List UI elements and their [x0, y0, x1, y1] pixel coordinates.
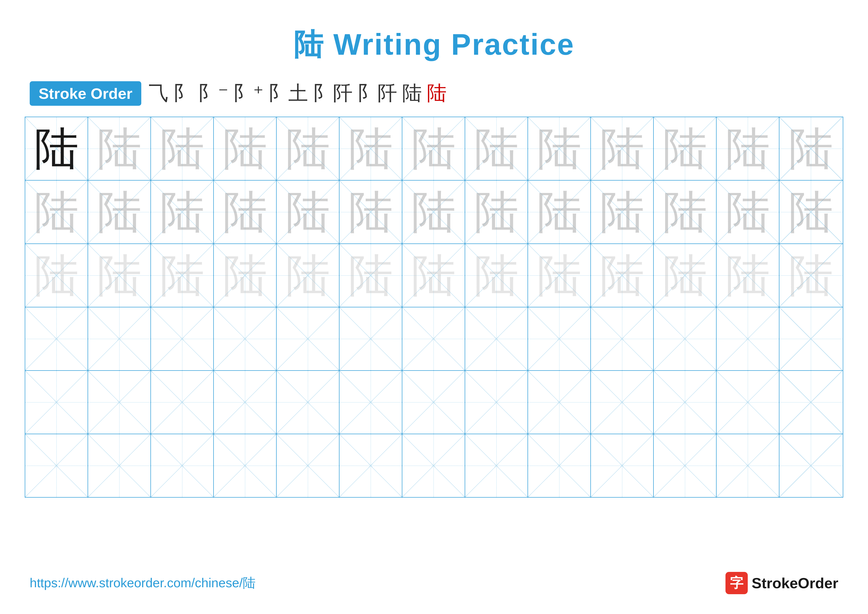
- grid-cell-1-5[interactable]: 陆: [339, 180, 402, 244]
- char-2-5: 陆: [349, 253, 393, 298]
- grid-cell-1-9[interactable]: 陆: [591, 180, 654, 244]
- grid-cell-4-9[interactable]: [591, 371, 654, 434]
- grid-cell-3-6[interactable]: [402, 307, 465, 370]
- grid-cell-5-9[interactable]: [591, 434, 654, 497]
- grid-cell-4-4[interactable]: [277, 371, 339, 434]
- grid-cell-5-10[interactable]: [654, 434, 716, 497]
- grid-cell-0-0[interactable]: 陆: [25, 117, 88, 180]
- grid-cell-2-3[interactable]: 陆: [214, 244, 277, 307]
- grid-cell-5-8[interactable]: [528, 434, 591, 497]
- grid-cell-2-12[interactable]: 陆: [780, 244, 842, 307]
- char-2-8: 陆: [537, 253, 581, 298]
- grid-cell-4-10[interactable]: [654, 371, 716, 434]
- grid-cell-5-4[interactable]: [277, 434, 339, 497]
- grid-cell-0-3[interactable]: 陆: [214, 117, 277, 180]
- grid-cell-3-5[interactable]: [339, 307, 402, 370]
- grid-cell-0-1[interactable]: 陆: [88, 117, 151, 180]
- grid-cell-0-4[interactable]: 陆: [277, 117, 339, 180]
- grid-cell-0-2[interactable]: 陆: [151, 117, 214, 180]
- char-0-8: 陆: [537, 126, 581, 171]
- char-2-9: 陆: [600, 253, 644, 298]
- grid-cell-3-8[interactable]: [528, 307, 591, 370]
- grid-cell-1-7[interactable]: 陆: [465, 180, 528, 244]
- char-2-11: 陆: [725, 253, 770, 298]
- char-1-0: 陆: [34, 190, 79, 234]
- char-0-3: 陆: [223, 126, 267, 171]
- grid-cell-1-4[interactable]: 陆: [277, 180, 339, 244]
- grid-cell-3-9[interactable]: [591, 307, 654, 370]
- grid-cell-4-11[interactable]: [716, 371, 780, 434]
- grid-cell-3-1[interactable]: [88, 307, 151, 370]
- stroke-step-5: 阝阡: [313, 80, 353, 107]
- grid-cell-0-8[interactable]: 陆: [528, 117, 591, 180]
- grid-cell-1-11[interactable]: 陆: [716, 180, 780, 244]
- grid-cell-4-12[interactable]: [780, 371, 842, 434]
- grid-cell-4-8[interactable]: [528, 371, 591, 434]
- grid-cell-0-10[interactable]: 陆: [654, 117, 716, 180]
- grid-cell-4-2[interactable]: [151, 371, 214, 434]
- grid-cell-5-2[interactable]: [151, 434, 214, 497]
- grid-cell-3-11[interactable]: [716, 307, 780, 370]
- grid-cell-1-0[interactable]: 陆: [25, 180, 88, 244]
- grid-cell-4-0[interactable]: [25, 371, 88, 434]
- grid-cell-3-0[interactable]: [25, 307, 88, 370]
- grid-cell-5-6[interactable]: [402, 434, 465, 497]
- grid-cell-0-11[interactable]: 陆: [716, 117, 780, 180]
- grid-cell-5-0[interactable]: [25, 434, 88, 497]
- grid-cell-0-12[interactable]: 陆: [780, 117, 842, 180]
- grid-cell-1-3[interactable]: 陆: [214, 180, 277, 244]
- grid-cell-1-8[interactable]: 陆: [528, 180, 591, 244]
- grid-cell-5-11[interactable]: [716, 434, 780, 497]
- stroke-step-7: 陆: [402, 80, 422, 107]
- grid-cell-5-1[interactable]: [88, 434, 151, 497]
- char-1-5: 陆: [349, 190, 393, 234]
- grid-cell-3-10[interactable]: [654, 307, 716, 370]
- grid-cell-5-5[interactable]: [339, 434, 402, 497]
- footer-url: https://www.strokeorder.com/chinese/陆: [30, 574, 256, 592]
- grid-cell-1-12[interactable]: 陆: [780, 180, 842, 244]
- grid-cell-1-2[interactable]: 陆: [151, 180, 214, 244]
- grid-cell-2-4[interactable]: 陆: [277, 244, 339, 307]
- grid-cell-4-6[interactable]: [402, 371, 465, 434]
- grid-cell-5-3[interactable]: [214, 434, 277, 497]
- grid-cell-2-10[interactable]: 陆: [654, 244, 716, 307]
- char-2-7: 陆: [474, 253, 519, 298]
- char-2-10: 陆: [663, 253, 707, 298]
- char-1-1: 陆: [97, 190, 141, 234]
- grid-cell-2-9[interactable]: 陆: [591, 244, 654, 307]
- stroke-order-badge: Stroke Order: [30, 81, 141, 106]
- char-1-10: 陆: [663, 190, 707, 234]
- grid-cell-5-12[interactable]: [780, 434, 842, 497]
- grid-cell-2-1[interactable]: 陆: [88, 244, 151, 307]
- grid-cell-2-5[interactable]: 陆: [339, 244, 402, 307]
- grid-cell-0-6[interactable]: 陆: [402, 117, 465, 180]
- grid-cell-2-0[interactable]: 陆: [25, 244, 88, 307]
- grid-cell-0-5[interactable]: 陆: [339, 117, 402, 180]
- grid-cell-4-5[interactable]: [339, 371, 402, 434]
- grid-cell-2-2[interactable]: 陆: [151, 244, 214, 307]
- grid-cell-2-11[interactable]: 陆: [716, 244, 780, 307]
- grid-cell-1-1[interactable]: 陆: [88, 180, 151, 244]
- grid-cell-4-3[interactable]: [214, 371, 277, 434]
- char-0-1: 陆: [97, 126, 141, 171]
- grid-cell-2-8[interactable]: 陆: [528, 244, 591, 307]
- grid-cell-2-7[interactable]: 陆: [465, 244, 528, 307]
- grid-cell-1-10[interactable]: 陆: [654, 180, 716, 244]
- grid-cell-3-12[interactable]: [780, 307, 842, 370]
- grid-cell-3-7[interactable]: [465, 307, 528, 370]
- grid-cell-3-4[interactable]: [277, 307, 339, 370]
- grid-cell-3-3[interactable]: [214, 307, 277, 370]
- grid-cell-0-9[interactable]: 陆: [591, 117, 654, 180]
- footer: https://www.strokeorder.com/chinese/陆 字 …: [0, 572, 868, 594]
- grid-cell-0-7[interactable]: 陆: [465, 117, 528, 180]
- grid-cell-5-7[interactable]: [465, 434, 528, 497]
- logo-text: StrokeOrder: [752, 575, 838, 592]
- grid-cell-3-2[interactable]: [151, 307, 214, 370]
- stroke-step-3: 阝⁺: [233, 80, 264, 107]
- practice-grid: 陆陆陆陆陆陆陆陆陆陆陆陆陆陆陆陆陆陆陆陆陆陆陆陆陆陆陆陆陆陆陆陆陆陆陆陆陆陆陆: [25, 117, 843, 497]
- grid-cell-4-7[interactable]: [465, 371, 528, 434]
- char-0-7: 陆: [474, 126, 519, 171]
- grid-cell-2-6[interactable]: 陆: [402, 244, 465, 307]
- grid-cell-1-6[interactable]: 陆: [402, 180, 465, 244]
- grid-cell-4-1[interactable]: [88, 371, 151, 434]
